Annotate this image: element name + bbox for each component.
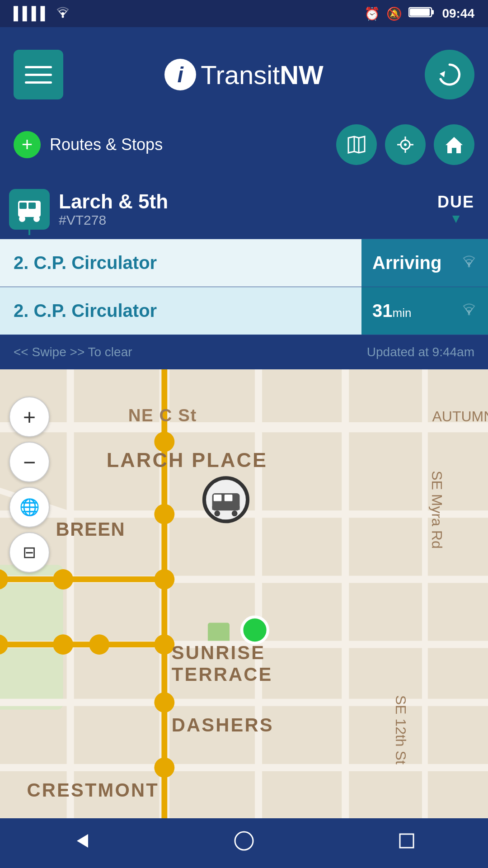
svg-rect-24	[0, 565, 63, 709]
svg-point-9	[404, 143, 407, 146]
swipe-hint: << Swipe >> To clear	[14, 345, 132, 359]
bus-icon	[9, 189, 50, 230]
svg-rect-77	[400, 834, 413, 848]
stop-name: Larch & 5th	[59, 191, 168, 212]
svg-rect-17	[28, 203, 36, 209]
svg-point-19	[19, 216, 25, 222]
route-row[interactable]: 2. C.P. Circulator Arriving	[0, 239, 488, 287]
routes-stops-label: Routes & Stops	[50, 135, 163, 154]
svg-marker-5	[348, 137, 365, 153]
route-row[interactable]: 2. C.P. Circulator 31min	[0, 287, 488, 335]
svg-point-41	[53, 569, 73, 590]
layer-button[interactable]: 🌐	[9, 487, 50, 528]
route-arrival-time: 31min	[372, 301, 411, 321]
map-controls: + − 🌐 ⊟	[9, 396, 50, 573]
signal-icon: ▌▌▌▌	[14, 6, 49, 21]
status-right: ⏰ 🔕 09:44	[364, 5, 474, 22]
svg-rect-56	[225, 495, 233, 501]
alarm-icon: ⏰	[364, 6, 380, 21]
svg-text:SE Myra Rd: SE Myra Rd	[429, 471, 445, 549]
realtime-icon	[461, 301, 477, 321]
svg-text:SE 12th St: SE 12th St	[393, 695, 409, 764]
route-name: 2. C.P. Circulator	[0, 287, 361, 335]
svg-marker-4	[440, 71, 445, 77]
menu-line	[25, 81, 52, 84]
home-nav-button[interactable]	[215, 825, 273, 861]
svg-rect-2	[432, 10, 434, 14]
stop-id: #VT278	[59, 212, 168, 228]
svg-point-58	[214, 510, 220, 516]
svg-rect-18	[18, 211, 41, 214]
svg-point-60	[242, 617, 268, 643]
logo-text: TransitNW	[201, 60, 324, 90]
status-bar: ▌▌▌▌ ⏰ 🔕 09:44	[0, 0, 488, 27]
svg-text:DASHERS: DASHERS	[172, 714, 274, 736]
route-arrival-time: Arriving	[372, 253, 441, 273]
svg-rect-3	[410, 9, 430, 16]
svg-point-21	[468, 265, 470, 268]
home-button[interactable]	[434, 124, 474, 165]
svg-point-0	[62, 15, 64, 18]
due-label: DUE	[437, 193, 474, 212]
chevron-down-icon: ▼	[437, 212, 474, 226]
zoom-in-button[interactable]: +	[9, 396, 50, 437]
battery-indicator	[408, 5, 436, 22]
svg-point-76	[235, 832, 253, 850]
svg-point-45	[53, 634, 73, 655]
svg-point-48	[154, 569, 174, 590]
swipe-bar: << Swipe >> To clear Updated at 9:44am	[0, 335, 488, 369]
zoom-out-button[interactable]: −	[9, 442, 50, 482]
logo-nw: NW	[280, 60, 324, 90]
routes-stops-section: + Routes & Stops	[14, 131, 163, 158]
realtime-icon	[461, 253, 477, 273]
svg-point-20	[34, 216, 39, 222]
svg-text:TERRACE: TERRACE	[172, 664, 273, 685]
svg-point-47	[154, 504, 174, 524]
logo-transit: Transit	[201, 60, 280, 90]
logo-icon: i	[164, 59, 196, 90]
svg-point-22	[468, 313, 470, 316]
svg-text:CRESTMONT: CRESTMONT	[27, 779, 159, 801]
svg-marker-75	[77, 834, 88, 848]
menu-line	[25, 66, 52, 68]
stop-header: Larch & 5th #VT278 DUE ▼	[0, 176, 488, 239]
back-button[interactable]	[52, 825, 111, 861]
svg-point-50	[154, 692, 174, 712]
nav-bar	[0, 818, 488, 868]
mute-icon: 🔕	[386, 6, 402, 21]
svg-point-51	[154, 757, 174, 778]
due-badge[interactable]: DUE ▼	[437, 193, 474, 226]
svg-rect-16	[19, 203, 27, 209]
svg-text:BREEN: BREEN	[56, 519, 126, 540]
route-status: Arriving	[361, 239, 488, 287]
refresh-button[interactable]	[425, 50, 474, 99]
updated-time: Updated at 9:44am	[367, 345, 474, 359]
route-name: 2. C.P. Circulator	[0, 239, 361, 287]
svg-point-59	[232, 510, 238, 516]
recent-apps-button[interactable]	[377, 825, 436, 861]
toolbar: + Routes & Stops	[0, 122, 488, 176]
svg-text:NE C St: NE C St	[128, 406, 197, 425]
status-left: ▌▌▌▌	[14, 6, 71, 22]
add-routes-button[interactable]: +	[14, 131, 41, 158]
svg-point-46	[89, 634, 109, 655]
stop-details: Larch & 5th #VT278	[59, 191, 168, 228]
svg-text:SUNRISE: SUNRISE	[172, 642, 265, 663]
svg-rect-57	[212, 506, 240, 510]
svg-text:LARCH PLACE: LARCH PLACE	[107, 448, 268, 472]
menu-line	[25, 74, 52, 76]
svg-rect-55	[214, 495, 222, 501]
wifi-icon	[55, 6, 71, 22]
map-area[interactable]: NE C St LARCH PLACE GREYSTONE BREEN Wall…	[0, 369, 488, 818]
stop-info: Larch & 5th #VT278	[9, 189, 168, 230]
location-button[interactable]	[385, 124, 426, 165]
menu-button[interactable]	[14, 50, 63, 99]
svg-text:AUTUMN: AUTUMN	[432, 408, 488, 425]
route-status: 31min	[361, 287, 488, 335]
time-display: 09:44	[442, 6, 474, 21]
header: i TransitNW	[0, 27, 488, 122]
list-view-button[interactable]: ⊟	[9, 532, 50, 573]
map-view-button[interactable]	[336, 124, 377, 165]
svg-marker-14	[446, 137, 463, 153]
logo: i TransitNW	[164, 59, 324, 90]
